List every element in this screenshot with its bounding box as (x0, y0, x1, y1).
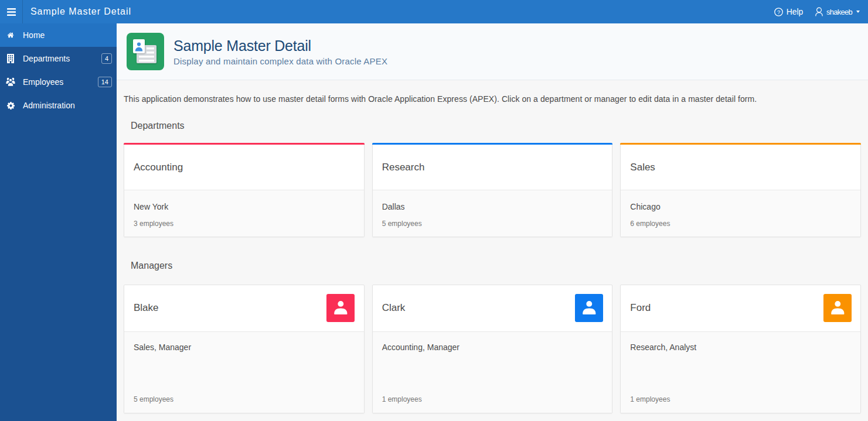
svg-text:?: ? (777, 9, 780, 15)
